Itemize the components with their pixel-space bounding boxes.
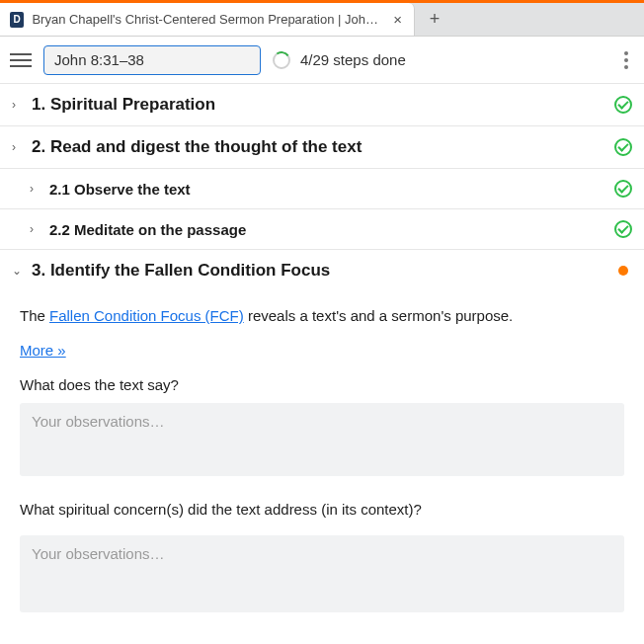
section-3-intro: The Fallen Condition Focus (FCF) reveals… xyxy=(20,305,624,326)
app-icon: D xyxy=(10,12,24,28)
tab-bar: D Bryan Chapell's Christ-Centered Sermon… xyxy=(0,3,644,37)
passage-input[interactable] xyxy=(43,45,261,75)
section-2-1-header[interactable]: › 2.1 Observe the text xyxy=(0,169,644,208)
question-1: What does the text say? xyxy=(20,376,624,393)
progress-ring-icon xyxy=(273,51,290,69)
chevron-down-icon: ⌄ xyxy=(12,264,22,278)
status-complete-icon xyxy=(614,220,632,238)
section-1-header[interactable]: › 1. Spiritual Preparation xyxy=(0,84,644,125)
question-2: What spiritual concern(s) did the text a… xyxy=(20,501,624,518)
tab-title: Bryan Chapell's Christ-Centered Sermon P… xyxy=(32,12,383,27)
toolbar: 4/29 steps done xyxy=(0,37,644,84)
new-tab-button[interactable]: + xyxy=(415,3,454,36)
section-2-2-header[interactable]: › 2.2 Meditate on the passage xyxy=(0,209,644,249)
status-complete-icon xyxy=(614,96,632,114)
tab-active[interactable]: D Bryan Chapell's Christ-Centered Sermon… xyxy=(0,3,415,36)
close-icon[interactable]: × xyxy=(391,11,404,28)
observations-input-2[interactable] xyxy=(20,535,624,612)
section-3-body: The Fallen Condition Focus (FCF) reveals… xyxy=(0,291,644,631)
chevron-right-icon: › xyxy=(12,98,22,112)
fcf-link[interactable]: Fallen Condition Focus (FCF) xyxy=(49,307,244,324)
section-2-2-title: 2.2 Meditate on the passage xyxy=(49,221,604,238)
status-complete-icon xyxy=(614,180,632,198)
menu-icon[interactable] xyxy=(10,49,32,71)
chevron-right-icon: › xyxy=(30,222,40,236)
observations-input-1[interactable] xyxy=(20,403,624,476)
status-in-progress-icon xyxy=(618,266,628,276)
progress-text: 4/29 steps done xyxy=(300,51,406,68)
section-3-title: 3. Identify the Fallen Condition Focus xyxy=(32,261,608,281)
section-3-header[interactable]: ⌄ 3. Identify the Fallen Condition Focus xyxy=(0,250,644,291)
status-complete-icon xyxy=(614,138,632,156)
chevron-right-icon: › xyxy=(12,140,22,154)
more-menu-button[interactable] xyxy=(618,45,634,75)
chevron-right-icon: › xyxy=(30,182,40,196)
section-2-header[interactable]: › 2. Read and digest the thought of the … xyxy=(0,126,644,168)
progress-indicator: 4/29 steps done xyxy=(273,51,406,69)
section-2-title: 2. Read and digest the thought of the te… xyxy=(32,137,604,157)
section-2-1-title: 2.1 Observe the text xyxy=(49,181,604,198)
more-link[interactable]: More » xyxy=(20,342,66,359)
section-1-title: 1. Spiritual Preparation xyxy=(32,95,604,115)
